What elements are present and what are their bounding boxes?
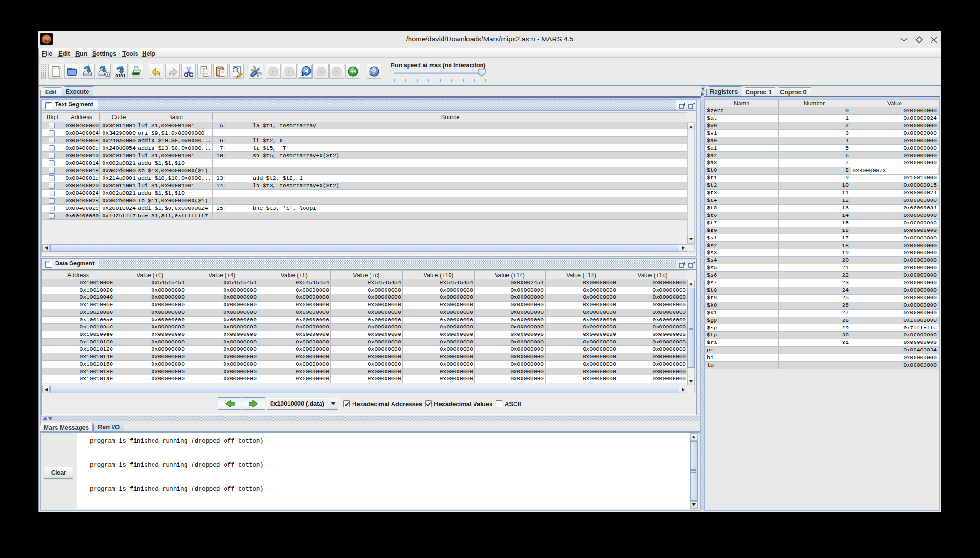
svg-text:1: 1 [294, 73, 296, 78]
svg-text:0101: 0101 [115, 73, 126, 78]
svg-text:?: ? [372, 67, 376, 75]
svg-text:1: 1 [300, 70, 304, 78]
